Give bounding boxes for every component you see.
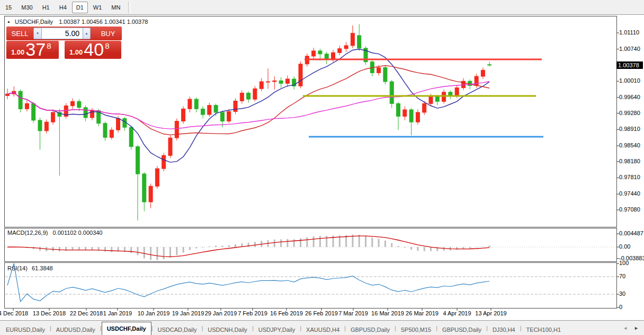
candle-body [377,68,381,73]
date-tick-label: 13 Dec 2018 [33,310,66,316]
tab-XAUUSD,H4[interactable]: XAUUSD,H4 [301,324,344,335]
buy-price-prefix: 1.00 [69,48,83,56]
rsi-pane[interactable] [5,263,617,308]
tab-USDCAD,Daily[interactable]: USDCAD,Daily [153,324,201,335]
candle-body [182,109,185,121]
candle-body [84,108,87,118]
sell-price-prefix: 1.00 [11,48,24,56]
candle-body [247,93,251,100]
price-tick-label: 0.97080 [619,206,640,213]
rsi-tick-label: 100 [619,260,629,266]
date-tick-label: 26 Mar 2019 [406,310,439,316]
rsi-header: RSI(14) 61.3848 [7,265,53,271]
buy-button[interactable]: BUY [94,27,122,40]
candle-body [32,103,35,120]
rsi-value: 61.3848 [32,265,53,271]
scroll-tabs-right-icon[interactable]: ► [634,325,639,331]
tab-GBPUSD,Daily[interactable]: GBPUSD,Daily [346,324,395,335]
trade-controls-row: SELL ▼ ▲ BUY [6,27,122,40]
tab-USDCNH,Daily[interactable]: USDCNH,Daily [203,324,252,335]
candle-body [455,88,459,95]
candle-body [260,82,263,89]
tab-DJ30,H4[interactable]: DJ30,H4 [488,324,520,335]
volume-decrease-button[interactable]: ▼ [33,28,42,39]
candle-body [188,99,192,109]
sell-price-big: 37 [25,42,46,57]
sell-price-pip: 8 [47,41,51,50]
candle-body [240,93,244,101]
price-tick-label: 1.01110 [619,29,639,36]
candle-body [279,81,283,83]
candle-body [234,101,237,112]
candle-body [175,121,178,138]
candle-body [110,130,113,137]
candle-body [142,174,146,202]
chevron-down-icon: ▼ [36,32,39,35]
candle-body [162,155,166,169]
macd-tick-label: 0.004487 [619,230,643,236]
scroll-tabs-left-icon[interactable]: ◄ [623,325,628,331]
tab-EURUSD,Daily[interactable]: EURUSD,Daily [1,324,50,335]
tab-SP500,M15[interactable]: SP500,M15 [396,324,436,335]
tab-scroll-controls: ◄ ► [619,321,643,335]
price-tick-label: 1.00010 [619,77,640,84]
sell-quote[interactable]: 1.00 37 8 [6,41,59,59]
buy-quote[interactable]: 1.00 40 8 [65,41,121,59]
date-tick-label: 13 Apr 2019 [475,310,506,316]
candle-body [390,82,393,103]
tab-GBPUSD,Daily[interactable]: GBPUSD,Daily [437,324,486,335]
candle-body [449,92,452,95]
rsi-tick-label: 0 [619,304,622,310]
candle-body [155,169,159,186]
candle-body [51,112,55,122]
candle-body [201,109,205,114]
price-tick-label: 0.99640 [619,94,640,100]
candle-body [481,70,485,76]
tab-USDCHF,Daily[interactable]: USDCHF,Daily [102,322,151,335]
sell-button[interactable]: SELL [6,27,33,40]
candle-body [344,46,348,49]
rsi-tick-label: 30 [619,290,625,297]
candle-body [253,89,257,99]
price-tick-label: 0.97440 [619,190,640,197]
buy-price-pip: 8 [105,41,109,50]
price-tick-label: 0.97810 [619,174,640,180]
date-tick-label: 10 Jan 2019 [138,310,170,316]
candle-body [266,82,270,82]
candle-body [397,103,400,116]
rsi-tick-label: 70 [619,273,625,279]
candle-body [468,81,472,85]
macd-label: MACD(12,26,9) [7,230,48,236]
candle-body [273,81,276,82]
chevron-up-icon: ▲ [85,32,88,35]
candle-body [168,138,172,155]
candle-body [383,68,387,82]
ohlc-values: 1.00387 1.00456 1.00341 1.00378 [59,19,148,25]
date-tick-label: 22 Dec 2018 [70,310,103,316]
collapse-icon[interactable]: ▲ [7,20,11,23]
current-price-tag: 1.00378 [616,61,643,69]
macd-header: MACD(12,26,9) 0.001102 0.000340 [7,230,102,236]
candle-body [442,92,446,101]
candle-body [214,105,218,112]
candle-body [77,101,81,108]
candle-body [6,94,10,95]
one-click-trade-panel: SELL ▼ ▲ BUY 1.00 37 8 1.00 40 8 [6,27,122,59]
tab-AUDUSD,Daily[interactable]: AUDUSD,Daily [51,324,100,335]
candle-body [19,91,22,109]
candle-body [227,111,231,121]
volume-input[interactable] [42,28,83,39]
volume-increase-button[interactable]: ▲ [83,28,91,39]
symbol-tabs: EURUSD,Daily|AUDUSD,Daily|USDCHF,Daily|U… [1,322,566,335]
candle-body [25,103,29,109]
price-tick-label: 0.98540 [619,142,640,148]
date-tick-label: 26 Feb 2019 [305,310,338,316]
tab-TECH100,H1[interactable]: TECH100,H1 [522,324,566,335]
price-tick-label: 0.99280 [619,110,640,116]
date-tick-label: 7 Mar 2019 [338,310,368,316]
price-tick-label: 0.98180 [619,158,640,164]
tab-USDJPY,Daily[interactable]: USDJPY,Daily [254,324,300,335]
candle-body [149,186,153,202]
candle-body [220,112,224,121]
price-tick-label: 0.98910 [619,126,640,132]
